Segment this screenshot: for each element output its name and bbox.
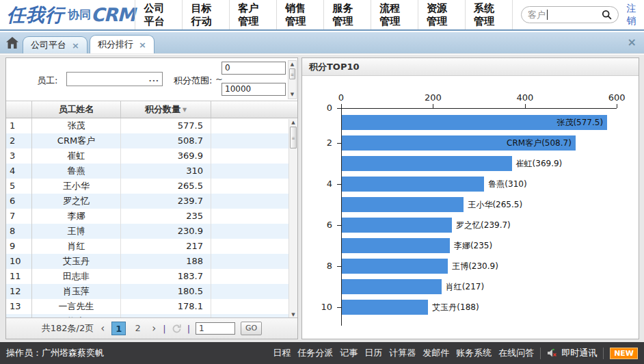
chart-bar-label: 罗之忆(239.7) (456, 218, 511, 233)
instant-messenger-button[interactable]: 即时通讯 (547, 347, 597, 359)
table-row[interactable]: 1张茂577.5 (6, 118, 297, 133)
col-header-filler (211, 101, 297, 118)
x-tick-mark (617, 104, 617, 108)
menu-item-流程管理[interactable]: 流程管理 (371, 0, 418, 29)
goto-page-input[interactable]: 1 (196, 322, 235, 335)
row-number-cell: 3 (6, 148, 32, 164)
employee-input[interactable]: ... (66, 72, 163, 86)
y-tick-mark (337, 225, 341, 226)
col-header-rownum (6, 101, 32, 118)
table-row[interactable]: 2CRM客户508.7 (6, 133, 297, 148)
quick-link-账务系统[interactable]: 账务系统 (456, 347, 492, 359)
table-row[interactable]: 13一言先生178.1 (6, 299, 297, 314)
chart-bar-label: 王小华(265.5) (468, 197, 522, 212)
quick-link-日历[interactable]: 日历 (364, 347, 382, 359)
table-row[interactable]: 9肖红217 (6, 239, 297, 254)
chart-bar-label: 李娜(235) (454, 238, 492, 253)
y-tick-label: 4 (309, 179, 332, 189)
quick-link-计算器[interactable]: 计算器 (389, 347, 416, 359)
menu-item-客户管理[interactable]: 客户管理 (229, 0, 276, 29)
score-cell: 230.9 (121, 224, 211, 239)
prev-page-icon[interactable]: ‹ (99, 322, 106, 335)
employee-browse-button[interactable]: ... (146, 75, 162, 83)
menu-item-目标行动[interactable]: 目标行动 (182, 0, 229, 29)
chart-bar (342, 279, 442, 294)
menu-item-公司平台[interactable]: 公司平台 (135, 0, 182, 29)
chart-bar-label: 崔虹(369.9) (516, 156, 563, 171)
new-badge[interactable]: NEW (610, 348, 638, 359)
sort-desc-icon[interactable]: ▼ (183, 107, 187, 113)
quick-link-任务分派[interactable]: 任务分派 (297, 347, 333, 359)
employee-name-cell: 艾玉丹 (32, 254, 121, 269)
menu-item-资源管理[interactable]: 资源管理 (418, 0, 465, 29)
page-button-1[interactable]: 1 (111, 322, 126, 335)
tab-close-icon[interactable]: × (72, 40, 79, 51)
quick-link-在线问答[interactable]: 在线问答 (498, 347, 534, 359)
chart-bar (342, 218, 452, 233)
table-row[interactable]: 12肖玉萍180.5 (6, 284, 297, 299)
table-row[interactable]: 6罗之忆239.7 (6, 194, 297, 209)
tab-积分排行[interactable]: 积分排行× (90, 35, 155, 53)
row-number-cell: 13 (6, 299, 32, 314)
employee-name-cell: 一言先生 (32, 299, 121, 314)
logout-link[interactable]: 注销 (626, 3, 644, 27)
table-row[interactable]: 5王小华265.5 (6, 179, 297, 194)
table-row[interactable]: 8王博230.9 (6, 224, 297, 239)
tab-bar: 公司平台×积分排行× × (0, 32, 644, 54)
score-cell: 239.7 (121, 194, 211, 209)
x-tick-label: 600 (608, 92, 626, 103)
col-header-score[interactable]: 积分数量 ▼ (121, 101, 211, 118)
table-row[interactable]: 4鲁燕310 (6, 164, 297, 179)
panel-scrollbar: ▲ ≡ ▼ (288, 60, 297, 99)
range-max-input[interactable]: 10000 (222, 83, 286, 96)
menu-item-系统管理[interactable]: 系统管理 (465, 0, 513, 29)
grid-scroll-up-icon[interactable]: ▲ (289, 119, 297, 127)
ranking-panel: 员工: ... 积分范围: ~ 0 10000 ▲ ≡ ▼ 员工姓名 积分数量 (5, 57, 298, 339)
y-tick-label: 6 (309, 220, 332, 230)
page-button-2[interactable]: 2 (131, 322, 145, 335)
score-cell: 310 (121, 164, 211, 179)
y-tick-label: 0 (309, 103, 332, 113)
global-search-input[interactable]: 客户 (521, 6, 619, 23)
quick-link-记事[interactable]: 记事 (340, 347, 358, 359)
x-tick-label: 200 (425, 92, 442, 103)
nav-right: 客户 注销 (521, 0, 644, 29)
employee-name-cell: 李娜 (32, 209, 121, 224)
table-row[interactable]: 10艾玉丹188 (6, 254, 297, 269)
table-row[interactable]: 11田志非183.7 (6, 269, 297, 284)
table-row[interactable]: 7李娜235 (6, 209, 297, 224)
quick-link-发邮件[interactable]: 发邮件 (422, 347, 449, 359)
menu-item-服务管理[interactable]: 服务管理 (323, 0, 371, 29)
speaker-muted-icon (547, 348, 558, 358)
scroll-up-icon[interactable]: ▲ (289, 61, 296, 68)
filter-bar: 员工: ... 积分范围: ~ 0 10000 ▲ ≡ ▼ (6, 58, 297, 101)
range-min-input[interactable]: 0 (222, 62, 286, 75)
quick-links: 日程任务分派记事日历计算器发邮件账务系统在线问答 (273, 347, 534, 359)
col-header-name[interactable]: 员工姓名 (32, 101, 121, 118)
go-button[interactable]: GO (241, 322, 262, 335)
scroll-track (289, 79, 296, 91)
employee-name-cell: 肖红 (32, 239, 121, 254)
y-tick-label: 10 (309, 302, 332, 312)
x-tick-mark (433, 104, 433, 108)
refresh-icon[interactable] (172, 324, 182, 334)
table-row[interactable]: 3崔虹369.9 (6, 148, 297, 164)
scroll-down-icon[interactable]: ▼ (289, 91, 296, 99)
scroll-thumb[interactable]: ≡ (289, 68, 295, 79)
next-page-icon[interactable]: › (150, 322, 157, 335)
menu-item-销售管理[interactable]: 销售管理 (276, 0, 323, 29)
y-tick-label: 2 (309, 138, 332, 148)
y-tick-mark (337, 143, 341, 144)
close-all-tabs-icon[interactable]: × (628, 37, 636, 48)
row-number-cell: 10 (6, 254, 32, 269)
employee-name-cell: 肖玉萍 (32, 284, 121, 299)
tab-公司平台[interactable]: 公司平台× (23, 36, 88, 53)
chart-bar (342, 177, 484, 192)
score-cell: 180.5 (121, 284, 211, 299)
home-icon[interactable] (6, 37, 18, 51)
grid-scroll-thumb[interactable]: ≡ (290, 127, 297, 148)
search-icon[interactable] (602, 10, 612, 20)
tab-close-icon[interactable]: × (139, 40, 146, 50)
employee-name-cell: 王小华 (32, 179, 121, 194)
quick-link-日程[interactable]: 日程 (273, 347, 291, 359)
